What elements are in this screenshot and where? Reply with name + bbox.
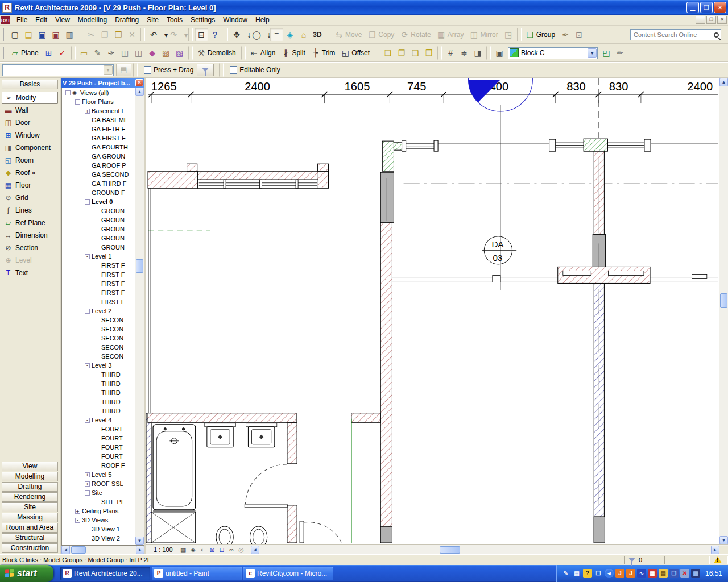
browser-vertical-scrollbar[interactable]: ▲ ▼ [135,88,144,545]
door-swing-icon[interactable]: ◨ [471,46,485,60]
minimize-button[interactable]: ▁ [686,2,699,13]
tree-item[interactable]: GROUN [62,206,135,215]
delete-icon[interactable]: ✕ [125,28,139,41]
tree-item[interactable]: + Level 5 [62,470,135,479]
scroll-up-icon[interactable]: ▲ [719,78,728,86]
press-drag-checkbox[interactable] [144,66,151,74]
save-icon[interactable]: ▣ [35,28,49,41]
tree-item[interactable]: SECON [62,315,135,325]
menu-item[interactable]: View [51,15,74,25]
tree-item[interactable]: 3D View 2 [62,534,135,543]
designbar-item[interactable]: ⊕ Level [2,254,58,267]
door-opening-icon[interactable]: ◫ [118,46,132,60]
tree-item[interactable]: THIRD [62,388,135,397]
view-scale[interactable]: 1 : 100 [146,546,179,553]
tree-expander[interactable]: - [65,90,71,95]
paint-icon[interactable]: ◆ [146,46,159,60]
resize-icon[interactable]: ◳ [502,28,515,41]
scroll-up-icon[interactable]: ▲ [135,88,144,96]
designbar-item[interactable]: ◱ Room [2,154,58,167]
search-input[interactable] [634,31,714,38]
match-type-icon[interactable]: ✎ [91,46,105,60]
designbar-item[interactable]: ▦ Floor [2,179,58,192]
pan-menu-icon[interactable]: ↓ [243,28,250,41]
tree-item[interactable]: SECON [62,325,135,334]
zoom-menu-icon[interactable]: ↓ [263,28,270,41]
link-group-icon[interactable]: ⊡ [572,28,586,41]
scroll-left-icon[interactable]: ◄ [251,546,259,554]
browser-horizontal-scrollbar[interactable]: ◄ ► [61,546,144,554]
tree-item[interactable]: + Basement L [62,106,135,115]
tree-expander[interactable]: + [75,509,80,514]
tree-item[interactable]: ROOF F [62,461,135,470]
tablet-pen-icon[interactable]: ✎ [561,569,570,578]
tree-expander[interactable]: - [75,99,80,105]
tree-item[interactable]: GA FIRST F [62,134,135,143]
display-settings-icon[interactable]: ❐ [594,569,603,578]
move-button[interactable]: ⇆ Move [332,28,365,41]
tree-item[interactable]: FIRST F [62,270,135,279]
tree-item[interactable]: SECON [62,343,135,352]
child-close-button[interactable]: ✕ [717,16,727,24]
tree-item[interactable]: THIRD [62,406,135,415]
view-cube-icon[interactable]: ◈ [283,28,297,41]
menu-item[interactable]: Settings [187,15,219,25]
designbar-tab[interactable]: Structural [2,533,58,543]
tree-item[interactable]: GROUN [62,234,135,243]
designbar-tab[interactable]: Construction [2,543,58,553]
save-group-icon[interactable]: ▣ [493,46,506,60]
shadows-icon[interactable]: ◐ [198,545,208,554]
help-center-icon[interactable]: ? [583,569,592,578]
tree-item[interactable]: - Views (all) [62,88,135,97]
menu-item[interactable]: Tools [163,15,187,25]
tree-item[interactable]: SECON [62,352,135,361]
model-graphics-icon[interactable]: ◈ [188,545,198,554]
print-icon[interactable]: ▥ [63,28,76,41]
designbar-item[interactable]: ◨ Component [2,142,58,154]
tree-item[interactable]: GA THIRD F [62,179,135,188]
tree-item[interactable]: FOURT [62,443,135,452]
tree-item[interactable]: - Level 2 [62,306,135,315]
drawing-horizontal-scrollbar[interactable] [259,546,711,554]
detail-level-icon[interactable]: ▦ [179,545,188,554]
tree-expander[interactable]: + [85,109,90,114]
linework-icon[interactable]: ≑ [457,46,471,60]
designbar-item[interactable]: ∫ Lines [2,204,58,217]
window-opening-icon[interactable]: ◫ [132,46,146,60]
texture-icon[interactable]: ▨ [159,46,173,60]
decal-icon[interactable]: ▧ [173,46,187,60]
tree-item[interactable]: SITE PL [62,497,135,506]
tree-expander[interactable]: - [85,199,90,205]
save-to-central-icon[interactable]: ▣ [49,28,63,41]
temporary-hide-icon[interactable]: ∞ [227,545,237,554]
designbar-tab[interactable]: Modelling [2,472,58,481]
door-tag[interactable]: DA 03 [482,236,516,264]
toolbar-grip[interactable] [3,28,6,41]
tree-item[interactable]: GA ROOF P [62,161,135,170]
tree-expander[interactable]: + [85,472,90,477]
designbar-item[interactable]: ↔ Dimension [2,229,58,242]
project-browser-toggle-icon[interactable]: ⊟ [195,28,208,41]
tape-measure-icon[interactable]: ▭ [77,46,91,60]
reveal-hidden-icon[interactable]: ◎ [237,545,246,554]
floor-plan-canvas[interactable]: 1265 2400 1605 745 2400 830 830 2400 [146,78,719,544]
tree-item[interactable]: - 3D Views [62,516,135,525]
tree-item[interactable]: SECON [62,334,135,343]
design-option-selector[interactable]: Block C ▼ [508,47,598,59]
tree-item[interactable]: - Level 1 [62,252,135,261]
scroll-thumb[interactable] [720,293,727,308]
tree-item[interactable]: GA GROUN [62,152,135,161]
taskbar-task[interactable]: P untitled - Paint [152,567,242,580]
cut-icon[interactable]: ✂ [84,28,98,41]
tree-item[interactable]: GA BASEME [62,115,135,124]
tree-item[interactable]: GROUN [62,215,135,225]
scroll-thumb[interactable] [71,546,86,554]
scroll-thumb[interactable] [440,546,460,554]
scroll-down-icon[interactable]: ▼ [719,536,728,544]
group-button[interactable]: ❏ Group [523,28,559,41]
undo-menu-icon[interactable]: ▾ [160,28,167,41]
tree-expander[interactable]: - [85,254,90,259]
tree-expander[interactable]: - [85,418,90,423]
scroll-right-icon[interactable]: ► [711,546,719,554]
tree-item[interactable]: - Level 0 [62,197,135,206]
